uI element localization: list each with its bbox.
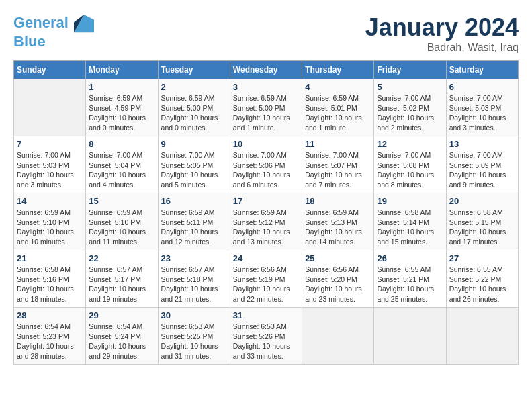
calendar-cell: 29Sunrise: 6:54 AM Sunset: 5:24 PM Dayli…: [86, 308, 158, 365]
day-info: Sunrise: 7:00 AM Sunset: 5:08 PM Dayligh…: [377, 150, 443, 190]
week-row-4: 21Sunrise: 6:58 AM Sunset: 5:16 PM Dayli…: [14, 250, 519, 308]
calendar-cell: 30Sunrise: 6:53 AM Sunset: 5:25 PM Dayli…: [158, 308, 230, 365]
calendar-cell: 19Sunrise: 6:58 AM Sunset: 5:14 PM Dayli…: [374, 193, 446, 250]
calendar-cell: [374, 308, 446, 365]
calendar-cell: 14Sunrise: 6:59 AM Sunset: 5:10 PM Dayli…: [14, 193, 86, 250]
day-info: Sunrise: 6:59 AM Sunset: 5:01 PM Dayligh…: [305, 93, 371, 133]
day-number: 30: [161, 310, 227, 320]
calendar-cell: 26Sunrise: 6:55 AM Sunset: 5:21 PM Dayli…: [374, 250, 446, 308]
calendar-cell: 27Sunrise: 6:55 AM Sunset: 5:22 PM Dayli…: [446, 250, 518, 308]
calendar-subtitle: Badrah, Wasit, Iraq: [365, 42, 519, 54]
day-number: 29: [89, 310, 154, 320]
day-info: Sunrise: 6:57 AM Sunset: 5:17 PM Dayligh…: [89, 265, 154, 304]
day-info: Sunrise: 6:58 AM Sunset: 5:14 PM Dayligh…: [377, 208, 443, 247]
calendar-cell: 6Sunrise: 7:00 AM Sunset: 5:03 PM Daylig…: [446, 79, 518, 136]
calendar-cell: 2Sunrise: 6:59 AM Sunset: 5:00 PM Daylig…: [158, 79, 230, 136]
calendar-cell: 7Sunrise: 7:00 AM Sunset: 5:03 PM Daylig…: [14, 136, 86, 193]
day-number: 18: [305, 196, 371, 206]
day-number: 1: [89, 82, 154, 92]
logo-icon: [74, 13, 94, 34]
calendar-cell: [302, 308, 374, 365]
day-number: 28: [17, 310, 83, 320]
logo: General Blue: [13, 13, 94, 50]
calendar-cell: 4Sunrise: 6:59 AM Sunset: 5:01 PM Daylig…: [302, 79, 374, 136]
day-info: Sunrise: 6:59 AM Sunset: 5:00 PM Dayligh…: [233, 93, 299, 133]
week-row-3: 14Sunrise: 6:59 AM Sunset: 5:10 PM Dayli…: [14, 193, 519, 250]
day-number: 31: [233, 310, 299, 320]
day-info: Sunrise: 6:58 AM Sunset: 5:15 PM Dayligh…: [449, 208, 515, 247]
day-info: Sunrise: 7:00 AM Sunset: 5:06 PM Dayligh…: [233, 150, 299, 190]
day-number: 10: [233, 139, 299, 149]
day-number: 21: [17, 253, 83, 263]
calendar-cell: 18Sunrise: 6:59 AM Sunset: 5:13 PM Dayli…: [302, 193, 374, 250]
day-number: 16: [161, 196, 227, 206]
day-number: 8: [89, 139, 154, 149]
calendar-cell: 9Sunrise: 7:00 AM Sunset: 5:05 PM Daylig…: [158, 136, 230, 193]
day-info: Sunrise: 6:59 AM Sunset: 4:59 PM Dayligh…: [89, 93, 154, 133]
day-number: 25: [305, 253, 371, 263]
calendar-cell: 17Sunrise: 6:59 AM Sunset: 5:12 PM Dayli…: [230, 193, 302, 250]
header-wednesday: Wednesday: [230, 61, 302, 79]
calendar-cell: 5Sunrise: 7:00 AM Sunset: 5:02 PM Daylig…: [374, 79, 446, 136]
day-number: 2: [161, 82, 227, 92]
page-header: General Blue January 2024 Badrah, Wasit,…: [13, 13, 519, 54]
logo-text: General: [13, 13, 94, 34]
header-monday: Monday: [86, 61, 158, 79]
calendar-cell: 20Sunrise: 6:58 AM Sunset: 5:15 PM Dayli…: [446, 193, 518, 250]
calendar-cell: 1Sunrise: 6:59 AM Sunset: 4:59 PM Daylig…: [86, 79, 158, 136]
day-info: Sunrise: 7:00 AM Sunset: 5:09 PM Dayligh…: [449, 150, 515, 190]
day-number: 22: [89, 253, 154, 263]
day-info: Sunrise: 6:59 AM Sunset: 5:00 PM Dayligh…: [161, 93, 227, 133]
day-info: Sunrise: 6:53 AM Sunset: 5:25 PM Dayligh…: [161, 322, 227, 361]
header-tuesday: Tuesday: [158, 61, 230, 79]
calendar-cell: 3Sunrise: 6:59 AM Sunset: 5:00 PM Daylig…: [230, 79, 302, 136]
day-info: Sunrise: 7:00 AM Sunset: 5:02 PM Dayligh…: [377, 93, 443, 133]
logo-general: General: [13, 14, 69, 31]
day-number: 9: [161, 139, 227, 149]
calendar-cell: [14, 79, 86, 136]
calendar-cell: 11Sunrise: 7:00 AM Sunset: 5:07 PM Dayli…: [302, 136, 374, 193]
day-info: Sunrise: 6:58 AM Sunset: 5:16 PM Dayligh…: [17, 265, 83, 304]
day-info: Sunrise: 7:00 AM Sunset: 5:07 PM Dayligh…: [305, 150, 371, 190]
day-info: Sunrise: 6:59 AM Sunset: 5:11 PM Dayligh…: [161, 208, 227, 247]
day-number: 20: [449, 196, 515, 206]
day-number: 6: [449, 82, 515, 92]
calendar-header-row: SundayMondayTuesdayWednesdayThursdayFrid…: [14, 61, 519, 79]
calendar-cell: 8Sunrise: 7:00 AM Sunset: 5:04 PM Daylig…: [86, 136, 158, 193]
header-friday: Friday: [374, 61, 446, 79]
day-info: Sunrise: 6:59 AM Sunset: 5:12 PM Dayligh…: [233, 208, 299, 247]
header-thursday: Thursday: [302, 61, 374, 79]
header-saturday: Saturday: [446, 61, 518, 79]
day-info: Sunrise: 6:54 AM Sunset: 5:24 PM Dayligh…: [89, 322, 154, 361]
day-number: 5: [377, 82, 443, 92]
day-number: 3: [233, 82, 299, 92]
week-row-5: 28Sunrise: 6:54 AM Sunset: 5:23 PM Dayli…: [14, 308, 519, 365]
day-info: Sunrise: 6:57 AM Sunset: 5:18 PM Dayligh…: [161, 265, 227, 304]
day-info: Sunrise: 6:56 AM Sunset: 5:20 PM Dayligh…: [305, 265, 371, 304]
day-number: 15: [89, 196, 154, 206]
day-info: Sunrise: 7:00 AM Sunset: 5:05 PM Dayligh…: [161, 150, 227, 190]
day-number: 23: [161, 253, 227, 263]
calendar-cell: 25Sunrise: 6:56 AM Sunset: 5:20 PM Dayli…: [302, 250, 374, 308]
day-info: Sunrise: 7:00 AM Sunset: 5:03 PM Dayligh…: [17, 150, 83, 190]
calendar-table: SundayMondayTuesdayWednesdayThursdayFrid…: [13, 60, 519, 365]
day-info: Sunrise: 6:59 AM Sunset: 5:10 PM Dayligh…: [89, 208, 154, 247]
week-row-1: 1Sunrise: 6:59 AM Sunset: 4:59 PM Daylig…: [14, 79, 519, 136]
calendar-cell: 10Sunrise: 7:00 AM Sunset: 5:06 PM Dayli…: [230, 136, 302, 193]
day-info: Sunrise: 6:54 AM Sunset: 5:23 PM Dayligh…: [17, 322, 83, 361]
day-number: 12: [377, 139, 443, 149]
calendar-cell: 23Sunrise: 6:57 AM Sunset: 5:18 PM Dayli…: [158, 250, 230, 308]
day-info: Sunrise: 6:55 AM Sunset: 5:21 PM Dayligh…: [377, 265, 443, 304]
day-number: 26: [377, 253, 443, 263]
day-info: Sunrise: 6:59 AM Sunset: 5:10 PM Dayligh…: [17, 208, 83, 247]
calendar-cell: 16Sunrise: 6:59 AM Sunset: 5:11 PM Dayli…: [158, 193, 230, 250]
day-info: Sunrise: 6:55 AM Sunset: 5:22 PM Dayligh…: [449, 265, 515, 304]
calendar-title: January 2024: [365, 13, 519, 42]
day-info: Sunrise: 7:00 AM Sunset: 5:03 PM Dayligh…: [449, 93, 515, 133]
day-info: Sunrise: 7:00 AM Sunset: 5:04 PM Dayligh…: [89, 150, 154, 190]
day-number: 14: [17, 196, 83, 206]
day-number: 17: [233, 196, 299, 206]
calendar-cell: [446, 308, 518, 365]
day-number: 4: [305, 82, 371, 92]
day-info: Sunrise: 6:56 AM Sunset: 5:19 PM Dayligh…: [233, 265, 299, 304]
